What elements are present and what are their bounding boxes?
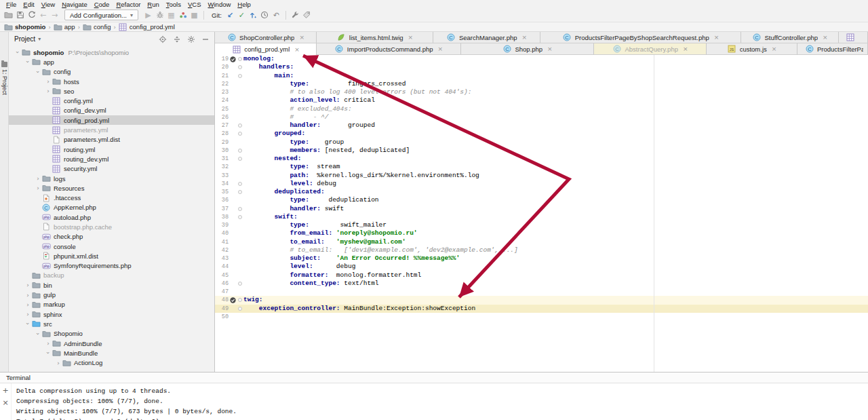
menu-vcs[interactable]: VCS (184, 1, 205, 8)
close-icon[interactable]: × (772, 45, 777, 52)
fold-marker-icon[interactable] (237, 149, 243, 153)
new-session-icon[interactable]: + (2, 387, 8, 394)
menu-navigate[interactable]: Navigate (58, 1, 91, 8)
tree-item-logs[interactable]: ›logs (9, 174, 214, 183)
code-line[interactable]: 38 swift: (215, 213, 868, 221)
breadcrumb-item-config[interactable]: config (83, 23, 111, 31)
fold-marker-icon[interactable] (237, 157, 243, 161)
tree-item-bin[interactable]: ›bin (9, 280, 214, 290)
code-line[interactable]: 50 (215, 313, 868, 321)
open-project-icon[interactable] (3, 10, 14, 20)
commit-icon[interactable]: ✓ (237, 10, 247, 20)
profiler-icon[interactable] (178, 10, 188, 20)
close-icon[interactable]: × (547, 45, 553, 52)
terminal-header[interactable]: Terminal (0, 373, 868, 383)
tree-item-shopomio[interactable]: ›shopomioP:\Projects\shopomio (9, 47, 214, 57)
code-line[interactable]: 44 level: debug (215, 263, 868, 271)
run-icon[interactable]: ▶ (143, 10, 153, 20)
tree-item-parameters.yml.dist[interactable]: parameters.yml.dist (9, 135, 214, 145)
code-line[interactable]: 31 nested: (215, 155, 868, 163)
code-line[interactable]: 42 # to_email: ['dev1@example.com', 'dev… (215, 246, 868, 254)
tree-item-Resources[interactable]: ›Resources (9, 183, 214, 193)
tree-item-routing.yml[interactable]: routing.yml (9, 145, 214, 154)
code-line[interactable]: 39 type: swift_mailer (215, 221, 868, 229)
menu-view[interactable]: View (38, 1, 58, 8)
editor-tab-SearchManager.php[interactable]: CSearchManager.php× (433, 32, 540, 43)
tree-item-src[interactable]: ›src (9, 319, 214, 328)
code-line[interactable]: 20 handlers: (215, 63, 868, 71)
tree-item-ActionLog[interactable]: ›ActionLog (9, 358, 214, 368)
code-line[interactable]: 32 type: stream (215, 163, 868, 171)
fold-marker-icon[interactable] (237, 65, 243, 69)
editor-tab-AbstractQuery.php[interactable]: CAbstractQuery.php× (594, 43, 707, 55)
tree-item-.htaccess[interactable]: .htaccess (9, 193, 214, 202)
tree-item-seo[interactable]: ›seo (9, 86, 214, 96)
tree-item-bootstrap.php.cache[interactable]: bootstrap.php.cache (9, 222, 214, 231)
tree-item-config.yml[interactable]: config.yml (9, 96, 214, 105)
hide-icon[interactable] (200, 34, 210, 44)
tree-item-Shopomio[interactable]: ›Shopomio (9, 329, 214, 339)
rollback-icon[interactable]: ↶ (271, 10, 281, 20)
menu-window[interactable]: Window (205, 1, 235, 8)
code-line[interactable]: 24 action_level: critical (215, 96, 868, 104)
project-tool-window-button[interactable]: 1: Project (0, 62, 9, 95)
debug-icon[interactable] (155, 10, 165, 20)
code-line[interactable]: 30 members: [nested, deduplicated] (215, 147, 868, 155)
fold-marker-icon[interactable] (237, 123, 243, 128)
stop-icon[interactable]: ■ (189, 10, 199, 20)
editor-tab-list_items.html.twig[interactable]: list_items.html.twig× (317, 32, 433, 43)
fold-marker-icon[interactable] (237, 298, 243, 302)
tree-item-MainBundle[interactable]: ›MainBundle (9, 348, 214, 358)
code-line[interactable]: 35 deduplicated: (215, 188, 868, 196)
tree-item-console[interactable]: phpconsole (9, 242, 214, 251)
tree-item-AppKernel.php[interactable]: CAppKernel.php (9, 203, 214, 212)
code-editor[interactable]: 19monolog:20 handlers:21 main:22 type: f… (215, 55, 868, 372)
fold-marker-icon[interactable] (237, 282, 243, 286)
editor-tab-StuffController.php[interactable]: CStuffController.php× (741, 32, 839, 43)
menu-code[interactable]: Code (91, 1, 113, 8)
synchronize-icon[interactable] (26, 10, 37, 20)
code-line[interactable]: 45 formatter: monolog.formatter.html (215, 271, 868, 280)
code-line[interactable]: 47 (215, 288, 868, 296)
menu-edit[interactable]: Edit (20, 1, 37, 8)
code-line[interactable]: 37 handler: swift (215, 205, 868, 213)
tree-item-markup[interactable]: ›markup (9, 300, 214, 309)
code-line[interactable]: 36 type: deduplication (215, 196, 868, 204)
push-icon[interactable] (248, 10, 258, 20)
menu-tools[interactable]: Tools (163, 1, 184, 8)
settings-icon[interactable] (186, 34, 196, 44)
editor-tab-overflow[interactable] (839, 32, 868, 43)
close-icon[interactable]: × (299, 34, 304, 41)
editor-tab-ProductsFilterPagesSe[interactable]: CProductsFilterPagesSe (797, 43, 868, 55)
close-icon[interactable]: × (714, 34, 719, 41)
tree-item-hosts[interactable]: ›hosts (9, 77, 214, 86)
forward-icon[interactable]: → (50, 10, 60, 20)
fold-marker-icon[interactable] (237, 215, 243, 219)
code-line[interactable]: 29 type: group (215, 138, 868, 147)
code-line[interactable]: 26 # - ^/ (215, 113, 868, 121)
editor-tab-ImportProductsCommand.php[interactable]: CImportProductsCommand.php× (317, 43, 461, 55)
code-line[interactable]: 34 level: debug (215, 180, 868, 188)
tree-item-SymfonyRequirements.php[interactable]: phpSymfonyRequirements.php (9, 261, 214, 271)
close-icon[interactable]: × (683, 45, 688, 52)
tree-item-security.yml[interactable]: security.yml (9, 164, 214, 174)
code-line[interactable]: 33 path: %kernel.logs_dir%/%kernel.envir… (215, 172, 868, 180)
code-line[interactable]: 49 exception_controller: MainBundle:Exce… (215, 305, 868, 313)
menu-file[interactable]: File (3, 1, 20, 8)
code-line[interactable]: 46 content_type: text/html (215, 280, 868, 288)
close-icon[interactable]: × (438, 45, 443, 52)
code-line[interactable]: 43 subject: 'An Error Occurred! %%messag… (215, 254, 868, 263)
coverage-icon[interactable]: ▦ (166, 10, 176, 20)
fold-marker-icon[interactable] (237, 307, 243, 311)
tree-item-autoload.php[interactable]: phpautoload.php (9, 212, 214, 222)
editor-tab-config_prod.yml[interactable]: config_prod.yml× (215, 43, 317, 55)
code-line[interactable]: 40 from_email: 'noreply@shopomio.ru' (215, 229, 868, 237)
code-line[interactable]: 23 # to also log 400 level errors (but n… (215, 88, 868, 96)
tree-item-routing_dev.yml[interactable]: routing_dev.yml (9, 154, 214, 164)
editor-tab-ProductsFilterPageByShopSearchRequest.php[interactable]: CProductsFilterPageByShopSearchRequest.p… (540, 32, 741, 43)
tree-item-AdminBundle[interactable]: ›AdminBundle (9, 339, 214, 348)
code-line[interactable]: 25 # excluded_404s: (215, 105, 868, 113)
collapse-all-icon[interactable] (172, 34, 182, 44)
code-line[interactable]: 19monolog: (215, 55, 868, 63)
back-icon[interactable]: ← (38, 10, 48, 20)
